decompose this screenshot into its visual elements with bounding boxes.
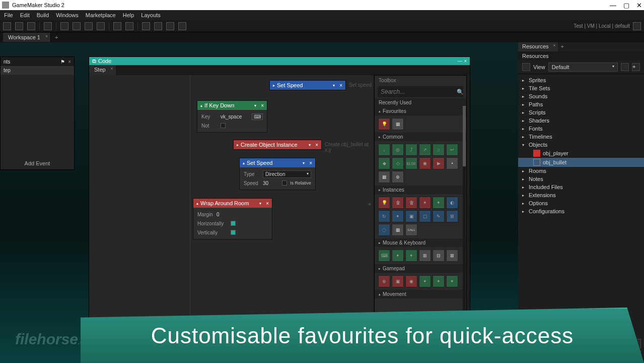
close-window-button[interactable]: ✕ xyxy=(636,2,642,9)
toolbox-search[interactable]: 🔍 xyxy=(378,86,463,97)
tree-scripts[interactable]: ▸Scripts xyxy=(518,108,644,116)
action-item[interactable]: ◇ xyxy=(392,157,404,169)
key-picker-icon[interactable]: ⌨ xyxy=(252,113,263,120)
vertical-checkbox[interactable] xyxy=(231,230,236,235)
menu-build[interactable]: Build xyxy=(37,12,49,18)
action-item[interactable]: ⊞ xyxy=(446,210,458,222)
node-close-icon[interactable]: × xyxy=(315,142,318,148)
zoom-in-icon[interactable] xyxy=(166,22,174,30)
action-item[interactable]: • xyxy=(446,157,458,169)
action-item[interactable]: ▢ xyxy=(419,210,431,222)
node-close-icon[interactable]: × xyxy=(266,201,269,206)
add-workspace-button[interactable]: + xyxy=(51,33,62,41)
tree-obj-player[interactable]: obj_player xyxy=(518,149,644,158)
node-close-icon[interactable]: × xyxy=(339,83,342,88)
tree-extensions[interactable]: ▸Extensions xyxy=(518,191,644,199)
action-item[interactable]: ✎ xyxy=(433,210,445,222)
action-item[interactable]: ⊠ xyxy=(446,250,458,262)
menu-edit[interactable]: Edit xyxy=(20,12,30,18)
close-panel-icon[interactable]: × xyxy=(464,58,467,64)
layout-icon[interactable] xyxy=(178,22,186,30)
action-item[interactable]: ↩ xyxy=(446,144,458,156)
tree-sounds[interactable]: ▸Sounds xyxy=(518,92,644,100)
search-input[interactable] xyxy=(381,88,457,95)
tree-objects[interactable]: ▾Objects xyxy=(518,141,644,149)
node-set-speed[interactable]: ▸ Set Speed ▾ × xyxy=(269,80,346,90)
clean-icon[interactable] xyxy=(125,22,133,30)
fav-item[interactable]: ▦ xyxy=(392,118,404,130)
open-icon[interactable] xyxy=(15,22,23,30)
action-item[interactable]: ⊗ xyxy=(392,171,404,183)
key-value[interactable]: vk_space xyxy=(221,114,242,119)
debug-icon[interactable] xyxy=(85,22,93,30)
add-resource-icon[interactable]: + xyxy=(632,63,640,71)
add-tab-button[interactable]: + xyxy=(558,42,567,51)
node-close-icon[interactable]: × xyxy=(309,160,312,166)
project-icon[interactable] xyxy=(44,22,52,30)
node-close-icon[interactable]: × xyxy=(261,103,264,108)
action-item[interactable]: ⊞ xyxy=(419,250,431,262)
maximize-button[interactable]: ▢ xyxy=(623,2,629,9)
section-movement[interactable]: ▴Movement xyxy=(375,290,466,298)
node-create-instance[interactable]: ▸ Create Object Instance ▾ × xyxy=(233,140,322,150)
zoom-reset-icon[interactable] xyxy=(154,22,162,30)
dropdown-icon[interactable]: ▾ xyxy=(259,201,261,206)
action-item[interactable]: ✦ xyxy=(433,197,445,209)
tree-sprites[interactable]: ▸Sprites xyxy=(518,76,644,84)
action-item[interactable]: ↓ xyxy=(378,144,390,156)
minimize-panel-icon[interactable]: — xyxy=(458,58,462,64)
action-item[interactable]: ✦ xyxy=(392,250,404,262)
collapse-right-icon[interactable]: « xyxy=(368,201,371,207)
action-item[interactable]: ▦ xyxy=(392,224,404,236)
new-icon[interactable] xyxy=(3,22,11,30)
action-item[interactable]: ↻ xyxy=(378,210,390,222)
type-dropdown[interactable]: Direction▾ xyxy=(263,170,311,178)
grid-icon[interactable] xyxy=(621,63,629,71)
action-item[interactable]: ⌂ xyxy=(433,144,445,156)
relative-checkbox[interactable] xyxy=(282,180,287,186)
section-instances[interactable]: ▸Instances xyxy=(375,186,466,194)
build-icon[interactable] xyxy=(60,22,68,30)
action-item[interactable]: 🗑 xyxy=(392,197,404,209)
close-tab-icon[interactable]: × xyxy=(45,34,48,39)
close-tab-icon[interactable]: × xyxy=(110,66,113,71)
dnd-canvas[interactable]: ▸ Set Speed ▾ × Set speed ▴ If Key Down … xyxy=(89,75,373,318)
action-item[interactable]: ▶ xyxy=(433,157,445,169)
view-dropdown[interactable]: Default▾ xyxy=(548,63,618,72)
close-tab-icon[interactable]: × xyxy=(553,43,555,48)
action-item[interactable]: ⤴ xyxy=(405,144,417,156)
menu-windows[interactable]: Windows xyxy=(56,12,79,18)
action-item[interactable]: 💡 xyxy=(378,197,390,209)
dropdown-icon[interactable]: ▾ xyxy=(254,103,256,108)
tree-fonts[interactable]: ▸Fonts xyxy=(518,125,644,133)
tree-configs[interactable]: ▸Configurations xyxy=(518,207,644,215)
section-favourites[interactable]: ▴Favourites xyxy=(375,107,466,115)
menu-help[interactable]: Help xyxy=(123,12,134,18)
action-item[interactable]: ▣ xyxy=(392,275,404,287)
margin-value[interactable]: 0 xyxy=(217,212,220,217)
action-item[interactable]: ◎ xyxy=(392,144,404,156)
tree-included[interactable]: ▸Included Files xyxy=(518,183,644,191)
close-icon[interactable]: × xyxy=(68,59,71,65)
home-icon[interactable] xyxy=(522,63,530,71)
action-item[interactable]: ▣ xyxy=(405,210,417,222)
tree-options[interactable]: ▸Options xyxy=(518,199,644,207)
node-if-key-down[interactable]: ▴ If Key Down ▾ × Keyvk_space⌨ Not xyxy=(197,100,267,133)
action-item[interactable]: ◆ xyxy=(378,157,390,169)
node-set-speed-dir[interactable]: ▴ Set Speed ▾ × TypeDirection▾ Speed30Is… xyxy=(239,158,316,190)
tree-rooms[interactable]: ▸Rooms xyxy=(518,167,644,175)
dropdown-icon[interactable]: ▾ xyxy=(333,83,335,88)
not-checkbox[interactable] xyxy=(221,123,226,128)
action-item[interactable]: ▦ xyxy=(378,171,390,183)
action-item[interactable]: ⌨ xyxy=(378,250,390,262)
action-item[interactable]: ◉ xyxy=(405,275,417,287)
search-icon[interactable]: 🔍 xyxy=(457,89,464,95)
toolbox-scrollbar[interactable] xyxy=(463,106,466,314)
tree-timelines[interactable]: ▸Timelines xyxy=(518,133,644,141)
tree-paths[interactable]: ▸Paths xyxy=(518,100,644,108)
horizontal-checkbox[interactable] xyxy=(231,221,236,226)
target-status[interactable]: Test | VM | Local | default xyxy=(574,23,630,29)
action-item[interactable]: ✦ xyxy=(446,275,458,287)
tree-shaders[interactable]: ▸Shaders xyxy=(518,116,644,125)
action-item[interactable]: ⊟ xyxy=(433,250,445,262)
